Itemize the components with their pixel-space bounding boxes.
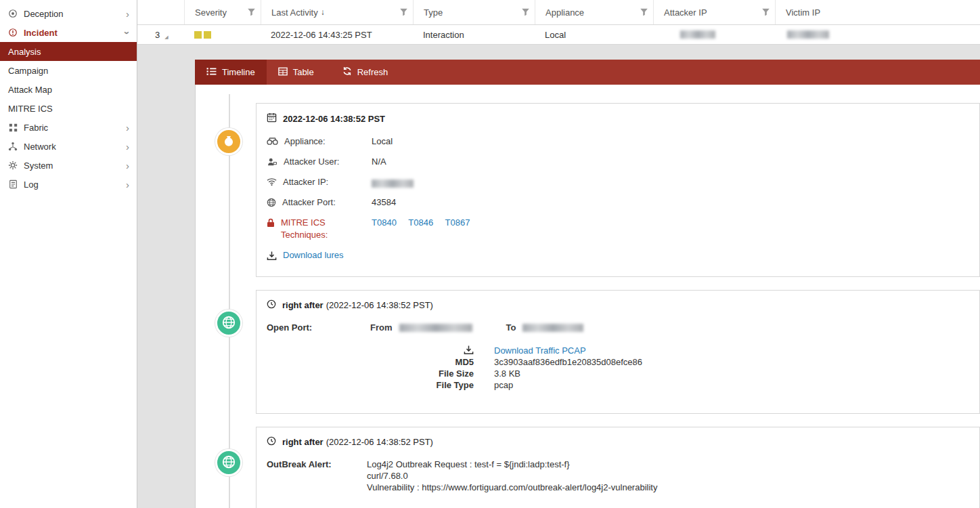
attacker-ip-cell (653, 25, 775, 44)
timeline-event-card-outbreak: right after (2022-12-06 14:38:52 PST) Ou… (256, 427, 980, 508)
tab-timeline[interactable]: Timeline (195, 60, 267, 85)
network-icon (7, 142, 18, 151)
log-icon (7, 179, 18, 189)
network-event-node (215, 310, 242, 337)
globe-icon (221, 454, 236, 471)
event-relative-time: right after (282, 437, 324, 447)
column-label[interactable]: Type (424, 7, 443, 18)
sidebar-item-label: Campaign (8, 66, 48, 76)
row-expander-icon[interactable]: ◢ (164, 35, 168, 40)
sidebar-item-attack-map[interactable]: Attack Map (0, 80, 137, 99)
field-label: Attacker IP: (283, 176, 328, 188)
event-relative-time: right after (282, 300, 324, 310)
outbreak-line: Log4j2 Outbreak Request : test-f = ${jnd… (367, 459, 657, 470)
column-header-type[interactable]: Type (413, 0, 535, 24)
globe-icon (221, 315, 236, 332)
sidebar-item-label: System (24, 161, 118, 171)
field-label: Attacker Port: (282, 196, 336, 209)
detail-toolbar: Timeline Table Refresh (195, 60, 980, 85)
sidebar-item-analysis[interactable]: Analysis (0, 42, 137, 61)
tab-table[interactable]: Table (267, 60, 326, 85)
event-timestamp: (2022-12-06 14:38:52 PST) (326, 300, 433, 310)
tab-label: Timeline (222, 67, 255, 77)
column-header-severity[interactable]: Severity (184, 0, 261, 24)
refresh-button[interactable]: Refresh (331, 60, 400, 85)
appliance-cell: Local (535, 25, 653, 44)
sidebar-item-label: Deception (24, 9, 118, 19)
sidebar-item-deception[interactable]: Deception › (0, 4, 137, 23)
column-label[interactable]: Appliance (545, 7, 584, 18)
incident-row[interactable]: 3 ◢ 2022-12-06 14:43:25 PST Interaction … (137, 25, 980, 45)
sidebar-item-log[interactable]: Log › (0, 175, 137, 194)
sidebar-item-system[interactable]: System › (0, 156, 137, 175)
port-icon (267, 198, 276, 207)
clock-icon (267, 436, 276, 448)
file-type-label: File Type (267, 380, 474, 390)
app-window: Deception › Incident › Analysis Campaign… (0, 0, 980, 508)
network-event-node (215, 449, 242, 476)
incident-icon (7, 28, 18, 37)
wifi-icon (267, 177, 277, 186)
mitre-technique-link[interactable]: T0867 (445, 217, 470, 228)
filter-icon[interactable] (640, 7, 648, 18)
sidebar-item-fabric[interactable]: Fabric › (0, 118, 137, 137)
refresh-label: Refresh (357, 67, 388, 77)
sidebar-item-mitre-ics[interactable]: MITRE ICS (0, 99, 137, 118)
column-header-victim-ip[interactable]: Victim IP (775, 0, 980, 24)
last-activity-cell: 2022-12-06 14:43:25 PST (261, 25, 413, 44)
table-icon (278, 67, 288, 78)
open-port-label: Open Port: (267, 322, 370, 334)
filter-icon[interactable] (761, 7, 770, 18)
column-label[interactable]: Victim IP (786, 7, 820, 18)
mitre-technique-link[interactable]: T0840 (372, 217, 397, 228)
mitre-technique-link[interactable]: T0846 (408, 217, 433, 228)
column-header-attacker-ip[interactable]: Attacker IP (653, 0, 775, 24)
redacted-attacker-ip (372, 179, 414, 188)
sidebar-item-campaign[interactable]: Campaign (0, 61, 137, 80)
incident-grid-header: Severity Last Activity ↓ Type Appliance (137, 0, 980, 25)
filter-icon[interactable] (247, 7, 256, 18)
sidebar-item-label: Incident (24, 28, 118, 38)
sidebar-item-label: Analysis (8, 47, 41, 57)
chevron-right-icon: › (124, 161, 131, 171)
sidebar-item-network[interactable]: Network › (0, 137, 137, 156)
lure-icon (222, 134, 236, 150)
filter-icon[interactable] (521, 7, 530, 18)
sidebar-item-incident[interactable]: Incident › (0, 23, 137, 42)
column-label[interactable]: Severity (195, 7, 227, 18)
column-header-last-activity[interactable]: Last Activity ↓ (261, 0, 413, 24)
sidebar-item-label: Attack Map (8, 85, 52, 95)
lock-icon (267, 218, 275, 228)
download-icon (267, 251, 277, 261)
outbreak-line: Vulnerability : https://www.fortiguard.c… (367, 482, 657, 493)
column-label[interactable]: Last Activity (271, 7, 318, 18)
chevron-right-icon: › (124, 123, 131, 133)
timeline-panel: 2022-12-06 14:38:52 PST Appliance: Local… (195, 85, 980, 508)
event-timestamp: 2022-12-06 14:38:52 PST (283, 114, 385, 124)
from-label: From (370, 322, 393, 334)
attacker-user-icon (267, 157, 277, 167)
outbreak-alert-label: OutBreak Alert: (267, 459, 367, 493)
field-label: Attacker User: (284, 156, 339, 168)
download-icon (267, 345, 474, 357)
victim-ip-cell (775, 25, 980, 44)
sort-desc-icon[interactable]: ↓ (321, 7, 325, 17)
sidebar-item-label: Log (24, 179, 118, 190)
tab-label: Table (293, 67, 314, 77)
fabric-icon (7, 123, 18, 132)
system-icon (7, 161, 18, 170)
field-value: 43584 (372, 196, 396, 209)
appliance-icon (267, 137, 278, 146)
filter-icon[interactable] (399, 7, 408, 18)
file-size-label: File Size (267, 368, 474, 379)
redacted-victim-ip (787, 30, 829, 39)
download-pcap-link[interactable]: Download Traffic PCAP (494, 345, 586, 356)
field-value: N/A (372, 156, 386, 168)
timeline-line (229, 94, 230, 508)
incident-id: 3 (155, 30, 160, 40)
column-header-appliance[interactable]: Appliance (535, 0, 653, 24)
column-label[interactable]: Attacker IP (664, 7, 707, 18)
download-lures-link[interactable]: Download lures (283, 249, 344, 261)
severity-square (194, 31, 202, 39)
sidebar-item-label: Network (24, 142, 118, 152)
